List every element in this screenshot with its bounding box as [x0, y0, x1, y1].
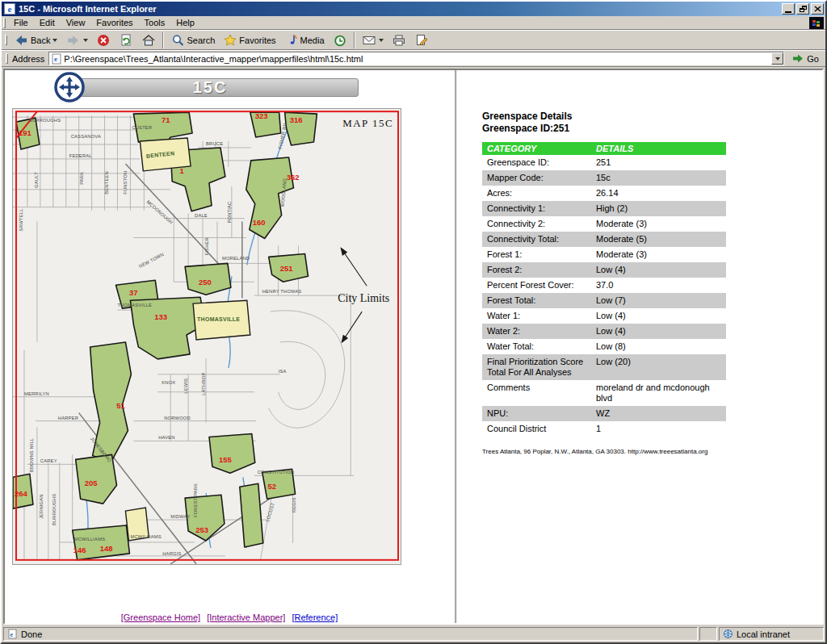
restore-button[interactable]: [796, 3, 809, 15]
street-label: MORELAND: [222, 256, 250, 261]
details-row: Commentsmoreland dr and mcdonough blvd: [482, 380, 726, 406]
street-label: CONSTITUTION: [258, 470, 295, 475]
home-icon: [141, 33, 156, 48]
details-category: Greenspace ID:: [482, 155, 591, 170]
details-value: High (2): [591, 201, 726, 216]
address-dropdown-button[interactable]: [771, 52, 783, 65]
greenspace-number-label: 205: [85, 479, 98, 487]
go-label: Go: [807, 54, 819, 64]
window-title: 15C - Microsoft Internet Explorer: [19, 4, 780, 14]
status-text: Done: [21, 629, 42, 639]
menu-help[interactable]: Help: [170, 17, 200, 28]
stop-icon: [96, 33, 111, 48]
details-category: Final Prioritization Score Total For All…: [482, 354, 591, 380]
media-icon: [284, 33, 299, 48]
interactive-mapper-link[interactable]: [Interactive Mapper]: [207, 613, 285, 622]
details-category: Percent Forest Cover:: [482, 278, 591, 293]
favorites-button[interactable]: Favorites: [219, 31, 279, 49]
greenspace-home-link[interactable]: [Greenspace Home]: [121, 613, 200, 622]
back-dropdown-icon[interactable]: [52, 39, 57, 42]
details-row: Connectivity 1:High (2): [482, 201, 726, 216]
details-category: Water 2:: [482, 324, 591, 339]
print-button[interactable]: [388, 31, 410, 49]
greenspace-number-label: 37: [129, 288, 138, 297]
greenspace-number-label: 323: [255, 111, 268, 120]
greenspace-number-label: 146: [73, 546, 86, 554]
search-button[interactable]: Search: [166, 31, 219, 49]
history-button[interactable]: [329, 31, 351, 49]
details-value: Low (7): [591, 293, 726, 308]
address-label: Address: [12, 54, 44, 64]
address-grip[interactable]: [6, 53, 8, 64]
details-value: 26.14: [591, 186, 726, 201]
forward-button[interactable]: [61, 31, 92, 49]
details-value: 251: [591, 155, 726, 170]
menu-items: FileEditViewFavoritesToolsHelp: [8, 17, 200, 28]
forward-icon: [65, 33, 81, 48]
menu-bar: FileEditViewFavoritesToolsHelp: [2, 16, 825, 30]
street-label: HARGIS: [162, 551, 181, 556]
media-label: Media: [300, 36, 325, 45]
footer-links: [Greenspace Home][Interactive Mapper][Re…: [5, 613, 454, 622]
street-label: REGIS: [292, 497, 296, 512]
details-row: Greenspace ID:251: [482, 155, 726, 170]
menu-file[interactable]: File: [8, 17, 34, 28]
greenspace-map[interactable]: BURROUGHSCUSTERCASSANOVAFEDERALGAULTPARK…: [12, 108, 401, 565]
city-limits-label: City Limits: [338, 292, 389, 304]
greenspace-number-label: 250: [199, 278, 212, 286]
throbber-icon: [809, 17, 824, 29]
details-category: Forest Total:: [482, 293, 591, 308]
status-spacer-panel: [699, 627, 717, 641]
menu-view[interactable]: View: [61, 17, 91, 28]
street-label: FUNSTON: [123, 171, 128, 194]
search-label: Search: [187, 36, 215, 45]
menu-grip[interactable]: [3, 18, 6, 28]
details-category: Acres:: [482, 186, 591, 201]
details-category: Forest 1:: [482, 247, 591, 262]
street-label: MCWILLIAMS: [130, 534, 162, 539]
close-button[interactable]: [811, 3, 824, 15]
security-zone-panel: Local intranet: [719, 627, 824, 641]
street-label: BRUCE: [206, 141, 223, 146]
menu-tools[interactable]: Tools: [139, 17, 171, 28]
street-label: NORWOOD: [164, 416, 191, 420]
greenspace-number-label: 264: [15, 489, 28, 498]
stop-button[interactable]: [92, 31, 115, 49]
details-category: Connectivity 2:: [482, 216, 591, 232]
mail-button[interactable]: [358, 31, 388, 49]
greenspace-number-label: 362: [287, 173, 300, 182]
details-category: Comments: [482, 380, 591, 406]
details-row: Forest 1:Moderate (3): [482, 247, 726, 262]
menu-edit[interactable]: Edit: [34, 17, 61, 28]
details-row: Council District1: [482, 421, 726, 437]
minimize-button[interactable]: [782, 3, 795, 15]
street-label: ISA: [279, 369, 287, 374]
refresh-button[interactable]: [115, 31, 137, 49]
mail-dropdown-icon[interactable]: [379, 39, 384, 42]
address-field[interactable]: e: [48, 52, 784, 65]
home-button[interactable]: [137, 31, 160, 49]
details-category: Connectivity 1:: [482, 201, 591, 216]
details-table: CATEGORY DETAILS Greenspace ID:251Mapper…: [482, 142, 726, 437]
reference-link[interactable]: [Reference]: [292, 613, 338, 622]
greenspace-polygons[interactable]: [13, 112, 317, 560]
go-button[interactable]: Go: [788, 51, 823, 66]
details-value: Moderate (3): [591, 247, 726, 262]
street-label: LATHROP: [201, 372, 206, 395]
media-button[interactable]: Media: [280, 31, 329, 49]
address-input[interactable]: [62, 53, 771, 64]
details-frame: Greenspace Details Greenspace ID:251 CAT…: [456, 70, 822, 623]
forward-dropdown-icon[interactable]: [83, 39, 88, 42]
menu-favorites[interactable]: Favorites: [90, 17, 138, 28]
details-row: Connectivity 2:Moderate (3): [482, 216, 726, 232]
edit-button[interactable]: [410, 31, 433, 49]
greenspace-number-label: 253: [195, 525, 208, 534]
toolbar-grip[interactable]: [5, 35, 7, 45]
details-row: NPU:WZ: [482, 406, 726, 421]
details-category: Water 1:: [482, 308, 591, 324]
details-value: Low (8): [591, 339, 726, 354]
details-row: Water 1:Low (4): [482, 308, 726, 324]
history-icon: [333, 33, 347, 48]
back-button[interactable]: Back: [10, 31, 61, 49]
greenspace-number-label: 316: [290, 115, 303, 124]
